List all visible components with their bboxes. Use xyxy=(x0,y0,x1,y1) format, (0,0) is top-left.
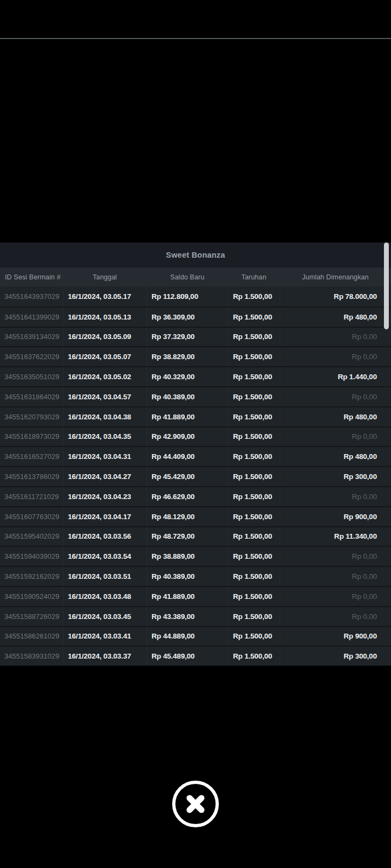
table-row: 3455159540202916/1/2024, 03.03.56Rp 48.7… xyxy=(0,526,391,546)
cell-win: Rp 0,00 xyxy=(280,547,391,566)
cell-id: 34551590524029 xyxy=(0,587,63,606)
cell-bet: Rp 1.500,00 xyxy=(228,347,280,366)
column-header-bet: Taruhan xyxy=(228,267,280,286)
cell-date: 16/1/2024, 03.04.17 xyxy=(63,507,147,526)
cell-date: 16/1/2024, 03.04.35 xyxy=(63,427,147,446)
cell-id: 34551618973029 xyxy=(0,427,63,446)
close-icon xyxy=(183,792,208,816)
cell-bet: Rp 1.500,00 xyxy=(228,286,280,307)
cell-id: 34551613786029 xyxy=(0,467,63,486)
cell-bet: Rp 1.500,00 xyxy=(228,527,280,546)
cell-bet: Rp 1.500,00 xyxy=(228,467,280,486)
cell-bet: Rp 1.500,00 xyxy=(228,308,280,327)
cell-balance: Rp 37.329,00 xyxy=(147,328,228,347)
table-row: 3455161378602916/1/2024, 03.04.27Rp 45.4… xyxy=(0,466,391,486)
cell-bet: Rp 1.500,00 xyxy=(228,487,280,506)
cell-id: 34551643937029 xyxy=(0,286,63,307)
cell-id: 34551592162029 xyxy=(0,567,63,586)
table-row: 3455159403902916/1/2024, 03.03.54Rp 38.8… xyxy=(0,546,391,566)
table-row: 3455163762202916/1/2024, 03.05.07Rp 38.8… xyxy=(0,346,391,366)
table-row: 3455163913402916/1/2024, 03.05.09Rp 37.3… xyxy=(0,327,391,347)
cell-balance: Rp 45.429,00 xyxy=(147,467,228,486)
table-row: 3455159052402916/1/2024, 03.03.48Rp 41.8… xyxy=(0,586,391,606)
table-row: 3455163505102916/1/2024, 03.05.02Rp 40.3… xyxy=(0,366,391,386)
cell-bet: Rp 1.500,00 xyxy=(228,547,280,566)
cell-win: Rp 11.340,00 xyxy=(280,527,391,546)
cell-date: 16/1/2024, 03.05.07 xyxy=(63,347,147,366)
cell-win: Rp 300,00 xyxy=(280,647,391,666)
cell-bet: Rp 1.500,00 xyxy=(228,507,280,526)
cell-balance: Rp 40.389,00 xyxy=(147,567,228,586)
cell-balance: Rp 38.829,00 xyxy=(147,347,228,366)
table-row: 3455158626102916/1/2024, 03.03.41Rp 44.8… xyxy=(0,626,391,646)
cell-win: Rp 480,00 xyxy=(280,308,391,327)
cell-bet: Rp 1.500,00 xyxy=(228,387,280,406)
cell-date: 16/1/2024, 03.04.57 xyxy=(63,387,147,406)
cell-date: 16/1/2024, 03.05.13 xyxy=(63,308,147,327)
cell-win: Rp 0,00 xyxy=(280,387,391,406)
cell-id: 34551639134029 xyxy=(0,328,63,347)
cell-balance: Rp 112.809,00 xyxy=(147,286,228,307)
cell-balance: Rp 42.909,00 xyxy=(147,427,228,446)
table-row: 3455164393702916/1/2024, 03.05.17Rp 112.… xyxy=(0,286,391,307)
cell-bet: Rp 1.500,00 xyxy=(228,567,280,586)
cell-id: 34551595402029 xyxy=(0,527,63,546)
cell-win: Rp 900,00 xyxy=(280,507,391,526)
cell-id: 34551588726029 xyxy=(0,607,63,626)
cell-id: 34551631864029 xyxy=(0,387,63,406)
cell-id: 34551616527029 xyxy=(0,447,63,466)
cell-date: 16/1/2024, 03.04.31 xyxy=(63,447,147,466)
top-divider-line xyxy=(0,38,391,39)
cell-bet: Rp 1.500,00 xyxy=(228,427,280,446)
cell-date: 16/1/2024, 03.03.37 xyxy=(63,647,147,666)
cell-win: Rp 0,00 xyxy=(280,427,391,446)
cell-date: 16/1/2024, 03.05.02 xyxy=(63,367,147,386)
cell-balance: Rp 40.329,00 xyxy=(147,367,228,386)
cell-bet: Rp 1.500,00 xyxy=(228,647,280,666)
column-header-date: Tanggal xyxy=(63,267,147,286)
cell-date: 16/1/2024, 03.03.45 xyxy=(63,607,147,626)
cell-bet: Rp 1.500,00 xyxy=(228,607,280,626)
cell-id: 34551637622029 xyxy=(0,347,63,366)
cell-balance: Rp 43.389,00 xyxy=(147,607,228,626)
cell-win: Rp 900,00 xyxy=(280,627,391,646)
cell-win: Rp 300,00 xyxy=(280,467,391,486)
cell-date: 16/1/2024, 03.05.09 xyxy=(63,328,147,347)
cell-balance: Rp 46.629,00 xyxy=(147,487,228,506)
cell-balance: Rp 36.309,00 xyxy=(147,308,228,327)
game-title: Sweet Bonanza xyxy=(166,251,225,259)
cell-date: 16/1/2024, 03.03.56 xyxy=(63,527,147,546)
scrollbar-thumb[interactable] xyxy=(384,242,389,329)
cell-date: 16/1/2024, 03.04.27 xyxy=(63,467,147,486)
column-header-win: Jumlah Dimenangkan xyxy=(280,267,391,286)
cell-id: 34551620793029 xyxy=(0,407,63,426)
close-button[interactable] xyxy=(172,781,219,827)
table-body[interactable]: 3455164393702916/1/2024, 03.05.17Rp 112.… xyxy=(0,286,391,666)
cell-id: 34551611721029 xyxy=(0,487,63,506)
table-row: 3455164139902916/1/2024, 03.05.13Rp 36.3… xyxy=(0,307,391,327)
cell-date: 16/1/2024, 03.04.38 xyxy=(63,407,147,426)
cell-date: 16/1/2024, 03.03.41 xyxy=(63,627,147,646)
cell-id: 34551583931029 xyxy=(0,647,63,666)
cell-id: 34551607763029 xyxy=(0,507,63,526)
column-header-id: ID Sesi Bermain # xyxy=(0,267,63,286)
cell-id: 34551635051029 xyxy=(0,367,63,386)
cell-balance: Rp 48.129,00 xyxy=(147,507,228,526)
cell-bet: Rp 1.500,00 xyxy=(228,447,280,466)
cell-date: 16/1/2024, 03.03.54 xyxy=(63,547,147,566)
cell-balance: Rp 41.889,00 xyxy=(147,587,228,606)
cell-date: 16/1/2024, 03.04.23 xyxy=(63,487,147,506)
table-row: 3455158393102916/1/2024, 03.03.37Rp 45.4… xyxy=(0,646,391,666)
cell-win: Rp 0,00 xyxy=(280,607,391,626)
cell-win: Rp 0,00 xyxy=(280,587,391,606)
cell-id: 34551594039029 xyxy=(0,547,63,566)
table-row: 3455161897302916/1/2024, 03.04.35Rp 42.9… xyxy=(0,426,391,446)
table-row: 3455159216202916/1/2024, 03.03.51Rp 40.3… xyxy=(0,566,391,586)
cell-bet: Rp 1.500,00 xyxy=(228,407,280,426)
cell-win: Rp 0,00 xyxy=(280,347,391,366)
table-row: 3455162079302916/1/2024, 03.04.38Rp 41.8… xyxy=(0,406,391,426)
cell-win: Rp 0,00 xyxy=(280,567,391,586)
cell-id: 34551586261029 xyxy=(0,627,63,646)
table-header-row: ID Sesi Bermain #TanggalSaldo BaruTaruha… xyxy=(0,267,391,286)
cell-date: 16/1/2024, 03.03.48 xyxy=(63,587,147,606)
